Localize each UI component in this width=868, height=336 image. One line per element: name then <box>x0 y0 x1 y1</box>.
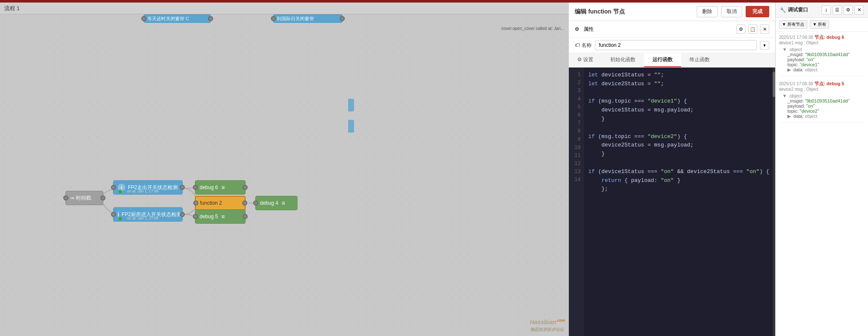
debug-settings-icon[interactable]: ⚙ <box>844 5 853 15</box>
canvas-handle-left[interactable] <box>348 99 354 111</box>
node-debug4-port-left <box>253 201 258 206</box>
code-scrollbar[interactable] <box>773 68 775 336</box>
node-fp2-enter-indicator <box>119 217 122 220</box>
props-settings-icon[interactable]: ⚙ <box>736 24 746 34</box>
node-debug4[interactable]: debug 4 ≡ <box>255 196 297 210</box>
debug-entry-2-item-0: _msgid: "9b01093510ad41dd" <box>787 98 865 103</box>
debug-content: 2025/1/1 17:06:38 节点: debug 6 device1 ms… <box>776 32 868 336</box>
code-content: 1 2 3 4 5 6 7 8 9 10 11 12 13 14 let dev… <box>569 68 775 336</box>
watermark: Hassbian.com瀚思彼岸技术论坛 <box>530 318 565 333</box>
debug-icons: i ☰ ⚙ ✕ <box>822 5 864 15</box>
props-label: 属性 <box>584 26 594 33</box>
debug-entry-1: 2025/1/1 17:06:38 节点: debug 6 device1 ms… <box>779 34 865 76</box>
debug-entry-1-root[interactable]: ▼ object <box>782 47 865 52</box>
node-top-1-port-left <box>141 16 146 21</box>
debug-entry-1-branch: _msgid: "9b01093510ad41dd" payload: "on"… <box>787 52 865 73</box>
filter-all-output-button[interactable]: ▼ 所有 <box>810 20 830 29</box>
debug-entry-2-root[interactable]: ▼ object <box>782 93 865 98</box>
node-function2[interactable]: function 2 <box>195 196 246 210</box>
cancel-button[interactable]: 取消 <box>721 6 742 17</box>
tab-stop[interactable]: 终止函数 <box>681 53 718 67</box>
flow-title: 流程 1 <box>4 5 20 12</box>
tab-run[interactable]: 运行函数 <box>644 53 681 67</box>
debug-header: 🔧 调试窗口 i ☰ ⚙ ✕ <box>776 3 868 18</box>
debug-info-icon[interactable]: i <box>822 5 831 15</box>
debug-entry-1-item-2: topic: "device1" <box>787 62 865 67</box>
tab-settings[interactable]: ⚙ 设置 <box>569 53 602 67</box>
node-timestamp-port-right <box>100 195 105 201</box>
tab-init[interactable]: 初始化函数 <box>602 53 644 67</box>
editor-title: 编辑 function 节点 <box>575 8 625 16</box>
debug-entry-2-timestamp: 2025/1/1 17:06:38 节点: debug 5 <box>779 81 865 87</box>
canvas-handle-right[interactable] <box>348 120 354 133</box>
props-close-icon[interactable]: ✕ <box>760 24 769 34</box>
node-top-2-port-right <box>340 16 345 21</box>
node-debug5-label: debug 5 <box>200 214 218 219</box>
debug-entry-2-device: device2 msg : Object <box>779 87 865 92</box>
code-text[interactable]: let device1Status = ""; let device2Statu… <box>584 68 775 336</box>
debug-icon: 🔧 <box>780 7 786 13</box>
expand-icon-1-data[interactable]: ▶ <box>787 67 791 72</box>
node-debug6[interactable]: debug 6 ≡ <box>195 180 246 195</box>
debug-entry-1-device: device1 msg : Object <box>779 41 865 45</box>
node-fp2-out-indicator <box>119 190 122 193</box>
node-function2-label: function 2 <box>200 200 222 206</box>
node-fp2-out[interactable]: i FP2走出开关状态检测 on at: Jan 1, 17:06 <box>113 180 183 195</box>
name-icon-button[interactable]: ▾ <box>760 41 769 50</box>
expand-icon-1[interactable]: ▼ <box>782 47 787 52</box>
editor-actions: 删除 取消 完成 <box>697 6 769 17</box>
node-top-1[interactable]: 等天还时关闭窗帘 C <box>143 14 211 23</box>
debug-entry-2: 2025/1/1 17:06:38 节点: debug 5 device2 ms… <box>779 81 865 123</box>
code-scrollbar-thumb[interactable] <box>773 72 775 97</box>
debug-close-icon[interactable]: ✕ <box>854 5 864 15</box>
name-input[interactable] <box>595 40 757 50</box>
debug-entry-1-item-3[interactable]: ▶ data: object <box>787 67 865 73</box>
node-debug6-menu[interactable]: ≡ <box>221 184 224 191</box>
debug-entry-1-item-0: _msgid: "9b01093510ad41dd" <box>787 52 865 57</box>
node-top-2-label: 到国际日关闭窗帘 <box>277 16 314 22</box>
node-top-1-label: 等天还时关闭窗帘 C <box>147 16 189 22</box>
node-timestamp-port-left <box>63 195 68 201</box>
props-icons: ⚙ 📋 ✕ <box>736 24 769 34</box>
name-label: 🏷 名称 <box>575 42 592 49</box>
node-fp2-enter-port-left <box>111 212 116 217</box>
main-layout: 流程 1 等天还时 <box>0 3 868 336</box>
node-debug5[interactable]: debug 5 ≡ <box>195 209 246 224</box>
flow-canvas[interactable]: 等天还时关闭窗帘 C 到国际日关闭窗帘 cover.open_cover cal… <box>0 14 568 336</box>
debug-entry-1-timestamp: 2025/1/1 17:06:38 节点: debug 6 <box>779 34 865 41</box>
node-fp2-enter-port-right <box>180 212 185 217</box>
connections-svg <box>0 14 568 336</box>
node-top-2[interactable]: 到国际日关闭窗帘 <box>273 14 343 23</box>
debug-filter-row: ▼ 所有节点 ▼ 所有 <box>776 18 868 32</box>
filter-all-nodes-button[interactable]: ▼ 所有节点 <box>779 20 807 29</box>
delete-button[interactable]: 删除 <box>697 6 718 17</box>
line-numbers: 1 2 3 4 5 6 7 8 9 10 11 12 13 14 <box>569 68 584 336</box>
node-fp2-enter[interactable]: i FP2厨房进入开关状态检测 on at: Jan 1, 17:06 <box>113 207 183 222</box>
expand-icon-2-data[interactable]: ▶ <box>787 114 791 119</box>
debug-entry-2-item-2: topic: "device2" <box>787 108 865 114</box>
done-button[interactable]: 完成 <box>746 6 769 17</box>
tab-bar: ⚙ 设置 初始化函数 运行函数 终止函数 <box>569 53 775 68</box>
node-debug4-menu[interactable]: ≡ <box>281 200 285 206</box>
gear-icon: ⚙ <box>575 26 579 32</box>
editor-panel: 编辑 function 节点 删除 取消 完成 ⚙ 属性 ⚙ 📋 ✕ 🏷 名称 <box>568 3 775 336</box>
node-debug6-label: debug 6 <box>200 184 218 190</box>
node-debug6-port-left <box>193 185 198 190</box>
node-debug5-menu[interactable]: ≡ <box>221 213 224 220</box>
node-top-2-port-left <box>271 16 276 21</box>
debug-entry-2-item-3[interactable]: ▶ data: object <box>787 114 865 119</box>
debug-entry-2-tree: ▼ object _msgid: "9b01093510ad41dd" payl… <box>782 93 865 119</box>
debug-panel: 🔧 调试窗口 i ☰ ⚙ ✕ ▼ 所有节点 ▼ 所有 2025/1/1 17:0… <box>775 3 868 336</box>
debug-list-icon[interactable]: ☰ <box>833 5 842 15</box>
debug-title: 🔧 调试窗口 <box>780 6 818 14</box>
node-timestamp[interactable]: ⇒ 时间戳 <box>65 191 103 205</box>
expand-icon-2[interactable]: ▼ <box>782 93 787 98</box>
code-editor[interactable]: 1 2 3 4 5 6 7 8 9 10 11 12 13 14 let dev… <box>569 68 775 336</box>
node-debug5-port-left <box>193 214 198 219</box>
node-function2-port-left <box>193 201 198 206</box>
canvas-top-text: cover.open_cover called at: Jan... <box>501 26 564 31</box>
node-function2-port-right <box>242 201 247 206</box>
props-copy-icon[interactable]: 📋 <box>748 24 757 34</box>
node-top-1-port-right <box>208 16 213 21</box>
debug-entry-1-tree: ▼ object _msgid: "9b01093510ad41dd" payl… <box>782 47 865 73</box>
